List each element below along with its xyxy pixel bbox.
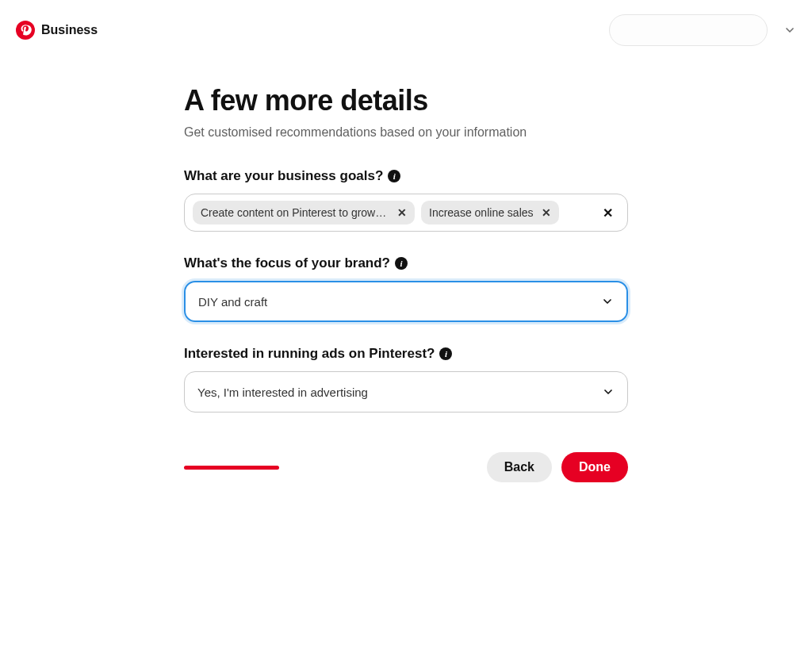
info-icon[interactable]: i [388, 170, 400, 182]
goal-chip-label: Increase online sales [429, 206, 534, 219]
ads-label: Interested in running ads on Pinterest? [184, 346, 435, 362]
progress-indicator [184, 466, 279, 470]
ads-value: Yes, I'm interested in advertising [197, 386, 368, 399]
done-button[interactable]: Done [561, 452, 628, 482]
goals-label: What are your business goals? [184, 168, 383, 184]
form-content: A few more details Get customised recomm… [184, 84, 628, 482]
goal-chip: Create content on Pinterest to grow an a… [193, 201, 415, 224]
chevron-down-icon [601, 295, 614, 308]
form-footer: Back Done [184, 452, 628, 482]
header-right [609, 14, 796, 46]
info-icon[interactable]: i [439, 347, 452, 360]
info-icon[interactable]: i [395, 257, 408, 270]
header-left: Business [16, 21, 98, 40]
back-button[interactable]: Back [487, 452, 552, 482]
goal-chip-label: Create content on Pinterest to grow an a… [201, 206, 389, 219]
brand-label: Business [41, 23, 98, 37]
brand-focus-value: DIY and craft [198, 295, 267, 309]
goal-chip: Increase online sales ✕ [421, 201, 559, 224]
goals-label-row: What are your business goals? i [184, 168, 628, 184]
page-subtitle: Get customised recommendations based on … [184, 125, 628, 140]
clear-all-icon[interactable]: ✕ [603, 205, 613, 221]
pinterest-logo-icon [16, 21, 35, 40]
close-icon[interactable]: ✕ [542, 207, 551, 218]
chevron-down-icon [602, 386, 615, 398]
goals-multiselect[interactable]: Create content on Pinterest to grow an a… [184, 194, 628, 232]
brand-focus-select[interactable]: DIY and craft [184, 281, 628, 322]
ads-select[interactable]: Yes, I'm interested in advertising [184, 371, 628, 412]
page-title: A few more details [184, 84, 628, 117]
footer-buttons: Back Done [487, 452, 628, 482]
chevron-down-icon[interactable] [783, 24, 796, 36]
header-pill[interactable] [609, 14, 768, 46]
close-icon[interactable]: ✕ [397, 207, 407, 218]
ads-label-row: Interested in running ads on Pinterest? … [184, 346, 628, 362]
app-header: Business [0, 0, 812, 52]
brand-focus-label: What's the focus of your brand? [184, 255, 390, 271]
brand-focus-label-row: What's the focus of your brand? i [184, 255, 628, 271]
